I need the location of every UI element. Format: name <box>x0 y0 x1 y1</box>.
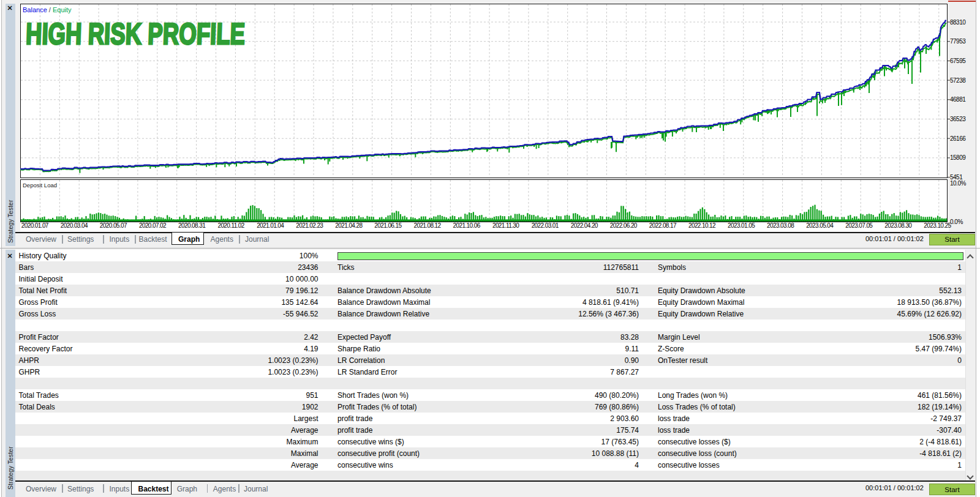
svg-text:HIGH RISK PROFILE: HIGH RISK PROFILE <box>26 17 246 50</box>
